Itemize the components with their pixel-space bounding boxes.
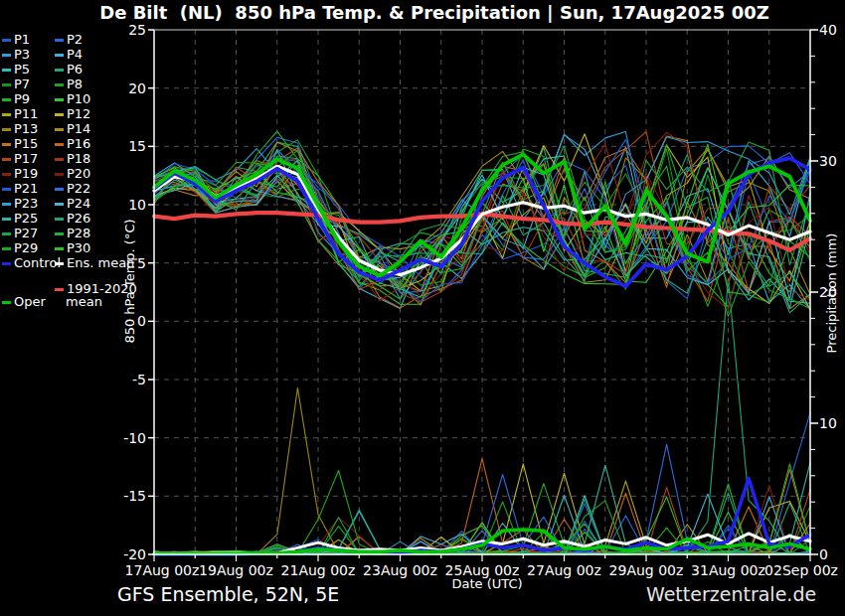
- left-tick-label: 10: [128, 197, 146, 213]
- x-axis-label: Date (UTC): [451, 576, 522, 591]
- left-tick-label: 15: [128, 138, 146, 154]
- model-label: GFS Ensemble, 52N, 5E: [117, 583, 339, 605]
- left-axis: [148, 30, 154, 554]
- right-tick-label: 30: [819, 153, 837, 169]
- x-tick-label: 21Aug 00z: [281, 562, 356, 578]
- left-tick-label: 5: [137, 255, 146, 271]
- y-axis-label-left: 850 hPa Temp. (°C): [122, 219, 137, 343]
- left-tick-label: 25: [128, 22, 146, 38]
- left-tick-label: -15: [123, 488, 146, 504]
- x-tick-label: 23Aug 00z: [363, 562, 437, 578]
- ensemble-chart: 2520151050-5-10-15-2040302010017Aug 00z1…: [0, 0, 845, 616]
- x-tick-label: 27Aug 00z: [527, 562, 601, 578]
- right-tick-label: 40: [819, 22, 837, 38]
- right-axis: [810, 30, 818, 554]
- x-tick-label: 31Aug 00z: [691, 562, 765, 578]
- left-tick-label: -20: [123, 546, 146, 562]
- precip-member-P2: [154, 412, 810, 554]
- right-tick-label: 10: [819, 415, 837, 431]
- x-tick-label: 19Aug 00z: [199, 562, 273, 578]
- left-tick-label: 20: [128, 80, 146, 96]
- x-tick-label: 02Sep 00z: [764, 562, 838, 578]
- x-tick-label: 29Aug 00z: [609, 562, 684, 578]
- y-axis-label-right: Precipitation (mm): [824, 233, 839, 354]
- right-tick-label: 0: [819, 546, 828, 562]
- site-watermark: Wetterzentrale.de: [646, 583, 816, 605]
- left-tick-label: 0: [137, 313, 146, 329]
- left-tick-label: -10: [123, 430, 146, 446]
- gfs-ensemble-meteogram: De Bilt (NL) 850 hPa Temp. & Precipitati…: [0, 0, 845, 616]
- x-tick-label: 17Aug 00z: [125, 562, 200, 578]
- left-tick-label: -5: [132, 372, 146, 387]
